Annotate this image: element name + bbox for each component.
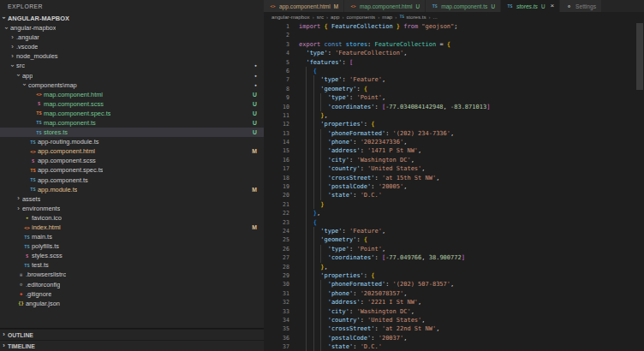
- code-line[interactable]: 16'city': 'Washington DC',: [264, 156, 644, 164]
- tree-item-.gitignore[interactable]: ◆.gitignore: [0, 289, 264, 299]
- close-icon[interactable]: ×: [550, 3, 554, 9]
- tab-stores.ts[interactable]: TSstores.tsU×: [501, 0, 560, 12]
- code-line[interactable]: 31'phone': '2025078357',: [264, 289, 644, 298]
- editor-scrollbar[interactable]: [636, 23, 643, 90]
- code-line[interactable]: 22},: [264, 209, 644, 217]
- code-line[interactable]: 27'coordinates': [-77.049766, 38.900772]: [264, 253, 644, 262]
- code-line[interactable]: 11},: [264, 111, 644, 120]
- code-line-text: 'type': 'Feature',: [299, 227, 385, 235]
- tree-item-map.component.scss[interactable]: Smap.component.scssU: [0, 99, 264, 109]
- code-line[interactable]: 12'properties': {: [264, 120, 644, 128]
- code-line[interactable]: 24'type': 'Feature',: [264, 227, 644, 235]
- tree-item-map.component.spec.ts[interactable]: TSmap.component.spec.tsU: [0, 109, 264, 118]
- tree-item-index.html[interactable]: <>index.htmlM: [0, 223, 264, 232]
- code-line[interactable]: 13'phoneFormatted': '(202) 234-7336',: [264, 129, 644, 138]
- code-line[interactable]: 5'features': [: [264, 58, 644, 67]
- tree-item-app.component.html[interactable]: <>app.component.htmlM: [0, 146, 264, 156]
- workspace-root[interactable]: › ANGULAR-MAPBOX: [0, 13, 264, 23]
- line-number: 25: [264, 235, 299, 244]
- code-line[interactable]: 2: [264, 31, 644, 39]
- code-line[interactable]: 34'country': 'United States',: [264, 316, 644, 324]
- code-line[interactable]: 8'geometry': {: [264, 85, 644, 93]
- code-line[interactable]: 37'state': 'D.C.': [264, 342, 644, 351]
- code-line[interactable]: 3export const stores: FeatureCollection …: [264, 40, 644, 49]
- tree-item-app.component.ts[interactable]: TSapp.component.ts: [0, 176, 264, 185]
- code-line[interactable]: 1import { FeatureCollection } from "geoj…: [264, 22, 644, 31]
- git-status-badge: U: [416, 3, 420, 9]
- code-line[interactable]: 30'phoneFormatted': '(202) 507-8357',: [264, 280, 644, 289]
- tree-item-app-routing.module.ts[interactable]: TSapp-routing.module.ts: [0, 137, 264, 146]
- tree-item-environments[interactable]: ›environments: [0, 204, 264, 213]
- tree-item-favicon.ico[interactable]: ★favicon.ico: [0, 213, 264, 223]
- tab-map.component.html[interactable]: <>map.component.htmlU: [344, 0, 426, 12]
- code-line-text: 'phone': '2022347336',: [299, 138, 407, 146]
- code-line[interactable]: 26'type': 'Point',: [264, 245, 644, 253]
- breadcrumb-item[interactable]: src: [317, 14, 324, 20]
- tree-item-.editorconfig[interactable]: ⚙.editorconfig: [0, 280, 264, 289]
- code-line[interactable]: 7'type': 'Feature',: [264, 75, 644, 84]
- code-line[interactable]: 35'crossStreet': 'at 22nd St NW',: [264, 324, 644, 333]
- tab-app.component.html[interactable]: <>app.component.htmlM: [264, 0, 344, 12]
- tree-item-styles.scss[interactable]: Sstyles.scss: [0, 251, 264, 260]
- breadcrumb-item[interactable]: map: [382, 14, 392, 20]
- line-number: 35: [264, 324, 299, 333]
- breadcrumb-item[interactable]: app: [331, 14, 339, 20]
- tree-item-map.component.ts[interactable]: TSmap.component.tsU: [0, 118, 264, 128]
- ts-icon: TS: [22, 235, 32, 240]
- tree-item-node-modules[interactable]: ›node_modules: [0, 51, 264, 61]
- git-status-badge: U: [253, 110, 257, 116]
- tree-item-angular.json[interactable]: {}angular.json: [0, 299, 264, 308]
- code-line[interactable]: 23{: [264, 218, 644, 227]
- tree-item-map.component.html[interactable]: <>map.component.htmlU: [0, 90, 264, 99]
- tree-item-angular-mapbox[interactable]: ›angular-mapbox: [0, 23, 264, 33]
- tree-item-app[interactable]: ›app●: [0, 70, 264, 80]
- code-line-text: 'features': [: [299, 58, 353, 67]
- code-line[interactable]: 36'postalCode': '20037',: [264, 334, 644, 342]
- code-line[interactable]: 4'type': 'FeatureCollection',: [264, 49, 644, 57]
- code-line[interactable]: 18'crossStreet': 'at 15th St NW',: [264, 174, 644, 182]
- timeline-section[interactable]: › TIMELINE: [0, 340, 264, 351]
- line-number: 27: [264, 253, 299, 262]
- code-line[interactable]: 9'type': 'Point',: [264, 93, 644, 102]
- code-line[interactable]: 25'geometry': {: [264, 235, 644, 244]
- code-line[interactable]: 20'state': 'D.C.': [264, 191, 644, 199]
- outline-section[interactable]: › OUTLINE: [0, 329, 264, 340]
- breadcrumb-more[interactable]: ...: [433, 14, 438, 20]
- chevron-down-icon: ›: [15, 72, 22, 80]
- git-status-badge: U: [253, 92, 257, 98]
- git-status-badge: U: [491, 3, 495, 9]
- tree-item-components-map[interactable]: ›components\map●: [0, 80, 264, 90]
- tree-item-stores.ts[interactable]: TSstores.tsU: [0, 128, 264, 137]
- tree-item-test.ts[interactable]: TStest.ts: [0, 260, 264, 270]
- tree-item-.vscode[interactable]: ›.vscode: [0, 42, 264, 51]
- tab-settings[interactable]: ⚙Settings: [560, 0, 602, 12]
- code-line[interactable]: 6{: [264, 67, 644, 75]
- tree-item-src[interactable]: ›src●: [0, 61, 264, 70]
- code-line[interactable]: 14'phone': '2022347336',: [264, 138, 644, 146]
- tree-item-app.component.spec.ts[interactable]: TSapp.component.spec.ts: [0, 165, 264, 175]
- tree-item-.angular[interactable]: ›.angular: [0, 33, 264, 42]
- code-line[interactable]: 32'address': '2221 I St NW',: [264, 298, 644, 306]
- line-number: 34: [264, 316, 299, 324]
- tree-item-assets[interactable]: ›assets: [0, 194, 264, 204]
- code-line[interactable]: 17'country': 'United States',: [264, 164, 644, 173]
- breadcrumb-file[interactable]: TSstores.ts: [399, 14, 426, 20]
- tree-item-app.component.scss[interactable]: Sapp.component.scss: [0, 156, 264, 165]
- code-line[interactable]: 21}: [264, 200, 644, 209]
- code-editor[interactable]: 1import { FeatureCollection } from "geoj…: [264, 21, 644, 351]
- tree-item-.browserslistrc[interactable]: ≡.browserslistrc: [0, 270, 264, 279]
- line-number: 4: [264, 49, 299, 57]
- breadcrumb-item[interactable]: components: [346, 14, 375, 20]
- tree-item-app.module.ts[interactable]: TSapp.module.tsM: [0, 185, 264, 194]
- code-line[interactable]: 33'city': 'Washington DC',: [264, 307, 644, 316]
- breadcrumb-item[interactable]: angular-mapbox: [271, 14, 310, 20]
- tree-item-main.ts[interactable]: TSmain.ts: [0, 232, 264, 241]
- code-line[interactable]: 10'coordinates': [-77.034084142948, -83.…: [264, 103, 644, 111]
- tab-map.component.ts[interactable]: TSmap.component.tsU: [426, 0, 501, 12]
- code-line[interactable]: 19'postalCode': '20005',: [264, 182, 644, 191]
- code-line[interactable]: 28},: [264, 263, 644, 271]
- code-line[interactable]: 15'address': '1471 P St NW',: [264, 146, 644, 155]
- code-line[interactable]: 29'properties': {: [264, 271, 644, 280]
- tree-item-polyfills.ts[interactable]: TSpolyfills.ts: [0, 241, 264, 251]
- code-line-text: {: [299, 67, 317, 75]
